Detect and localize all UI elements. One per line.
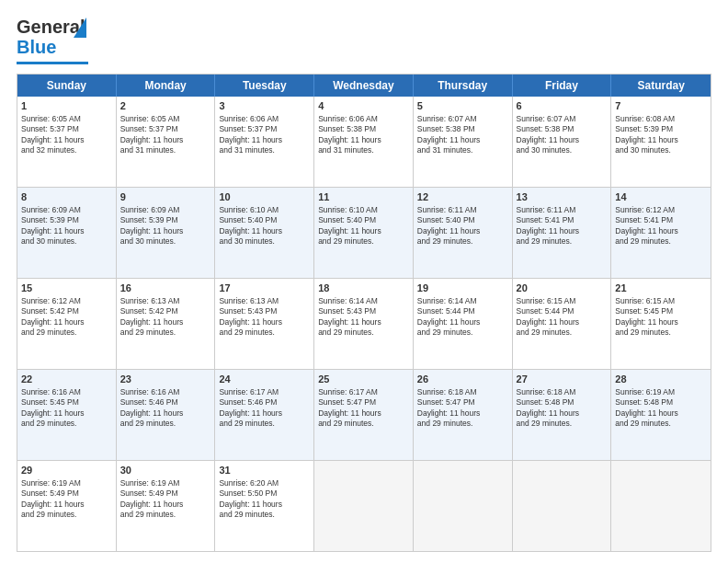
calendar-week-1: 8Sunrise: 6:09 AMSunset: 5:39 PMDaylight… [17,187,711,278]
day-info-line-0: Sunrise: 6:09 AM [120,205,211,215]
calendar-day-22: 22Sunrise: 6:16 AMSunset: 5:45 PMDayligh… [17,370,117,460]
calendar-day-19: 19Sunrise: 6:14 AMSunset: 5:44 PMDayligh… [414,279,513,369]
day-number: 31 [219,464,310,477]
logo-blue-text: Blue [17,37,56,58]
day-info-line-1: Sunset: 5:45 PM [21,397,112,408]
day-info-line-3: and 29 minutes. [120,419,211,429]
day-info-line-0: Sunrise: 6:12 AM [615,205,707,215]
day-number: 22 [21,373,112,386]
day-info-line-3: and 29 minutes. [615,327,707,338]
day-info-line-1: Sunset: 5:41 PM [615,215,707,225]
day-info-line-0: Sunrise: 6:16 AM [21,387,112,397]
day-info-line-1: Sunset: 5:37 PM [219,124,310,134]
day-info-line-0: Sunrise: 6:10 AM [219,205,310,215]
day-info-line-1: Sunset: 5:50 PM [219,488,310,499]
day-info-line-2: Daylight: 11 hours [615,408,707,419]
day-info-line-3: and 29 minutes. [318,419,409,429]
day-info-line-3: and 29 minutes. [517,236,608,247]
day-number: 14 [615,190,707,204]
day-info-line-0: Sunrise: 6:07 AM [417,114,508,124]
day-info-line-0: Sunrise: 6:18 AM [517,387,608,397]
day-info-line-2: Daylight: 11 hours [318,408,409,419]
header-cell-friday: Friday [513,75,612,97]
calendar-day-3: 3Sunrise: 6:06 AMSunset: 5:37 PMDaylight… [215,97,314,187]
day-number: 2 [120,99,211,113]
header-cell-monday: Monday [117,75,216,97]
day-info-line-2: Daylight: 11 hours [21,500,112,510]
day-info-line-2: Daylight: 11 hours [517,135,608,145]
day-info-line-0: Sunrise: 6:05 AM [21,114,112,124]
day-info-line-0: Sunrise: 6:07 AM [517,114,608,124]
day-info-line-1: Sunset: 5:40 PM [417,215,508,225]
day-number: 16 [120,282,211,295]
day-info-line-1: Sunset: 5:46 PM [219,397,310,408]
calendar-day-empty [414,461,513,551]
day-info-line-2: Daylight: 11 hours [219,408,310,419]
calendar-day-empty [314,461,414,551]
day-info-line-1: Sunset: 5:38 PM [517,124,608,134]
day-number: 17 [219,282,310,295]
calendar-day-15: 15Sunrise: 6:12 AMSunset: 5:42 PMDayligh… [17,279,117,369]
calendar-week-3: 22Sunrise: 6:16 AMSunset: 5:45 PMDayligh… [17,369,711,460]
day-info-line-1: Sunset: 5:37 PM [120,124,211,134]
header-cell-sunday: Sunday [17,75,117,97]
day-info-line-3: and 29 minutes. [417,236,508,247]
day-number: 1 [21,99,112,113]
calendar-day-17: 17Sunrise: 6:13 AMSunset: 5:43 PMDayligh… [215,279,314,369]
day-info-line-0: Sunrise: 6:15 AM [615,296,707,306]
calendar-day-11: 11Sunrise: 6:10 AMSunset: 5:40 PMDayligh… [314,188,414,278]
day-info-line-1: Sunset: 5:39 PM [120,215,211,225]
calendar-day-8: 8Sunrise: 6:09 AMSunset: 5:39 PMDaylight… [17,188,117,278]
calendar-day-1: 1Sunrise: 6:05 AMSunset: 5:37 PMDaylight… [17,97,117,187]
day-info-line-2: Daylight: 11 hours [21,226,112,236]
day-info-line-3: and 29 minutes. [417,419,508,429]
day-info-line-1: Sunset: 5:41 PM [517,215,608,225]
header-cell-tuesday: Tuesday [215,75,314,97]
day-number: 5 [417,99,508,113]
header-cell-saturday: Saturday [611,75,711,97]
day-info-line-0: Sunrise: 6:19 AM [21,478,112,488]
day-info-line-1: Sunset: 5:45 PM [615,306,707,316]
day-number: 9 [120,190,211,204]
day-info-line-2: Daylight: 11 hours [120,408,211,419]
day-info-line-0: Sunrise: 6:17 AM [318,387,409,397]
day-info-line-0: Sunrise: 6:11 AM [417,205,508,215]
day-info-line-3: and 29 minutes. [318,327,409,338]
day-info-line-0: Sunrise: 6:09 AM [21,205,112,215]
calendar-day-10: 10Sunrise: 6:10 AMSunset: 5:40 PMDayligh… [215,188,314,278]
calendar-day-18: 18Sunrise: 6:14 AMSunset: 5:43 PMDayligh… [314,279,414,369]
day-info-line-2: Daylight: 11 hours [219,500,310,510]
day-info-line-2: Daylight: 11 hours [120,135,211,145]
day-number: 4 [318,99,409,113]
day-info-line-1: Sunset: 5:49 PM [21,488,112,499]
day-info-line-1: Sunset: 5:39 PM [21,215,112,225]
calendar-day-4: 4Sunrise: 6:06 AMSunset: 5:38 PMDaylight… [314,97,414,187]
day-number: 25 [318,373,409,386]
day-info-line-0: Sunrise: 6:12 AM [21,296,112,306]
day-info-line-3: and 29 minutes. [318,236,409,247]
calendar-day-30: 30Sunrise: 6:19 AMSunset: 5:49 PMDayligh… [117,461,216,551]
calendar-day-28: 28Sunrise: 6:19 AMSunset: 5:48 PMDayligh… [611,370,711,460]
day-info-line-1: Sunset: 5:44 PM [517,306,608,316]
day-number: 12 [417,190,508,204]
day-info-line-3: and 29 minutes. [219,510,310,520]
day-info-line-0: Sunrise: 6:08 AM [615,114,707,124]
calendar-day-5: 5Sunrise: 6:07 AMSunset: 5:38 PMDaylight… [414,97,513,187]
day-number: 19 [417,282,508,295]
calendar-day-26: 26Sunrise: 6:18 AMSunset: 5:47 PMDayligh… [414,370,513,460]
calendar-day-12: 12Sunrise: 6:11 AMSunset: 5:40 PMDayligh… [414,188,513,278]
day-info-line-3: and 29 minutes. [120,510,211,520]
day-number: 27 [517,373,608,386]
day-info-line-3: and 30 minutes. [120,236,211,247]
day-info-line-2: Daylight: 11 hours [219,135,310,145]
calendar-header-row: SundayMondayTuesdayWednesdayThursdayFrid… [17,75,711,97]
day-number: 3 [219,99,310,113]
day-info-line-2: Daylight: 11 hours [21,408,112,419]
day-info-line-0: Sunrise: 6:17 AM [219,387,310,397]
day-info-line-3: and 29 minutes. [219,419,310,429]
day-info-line-0: Sunrise: 6:18 AM [417,387,508,397]
calendar-day-31: 31Sunrise: 6:20 AMSunset: 5:50 PMDayligh… [215,461,314,551]
day-info-line-2: Daylight: 11 hours [318,135,409,145]
day-info-line-1: Sunset: 5:38 PM [318,124,409,134]
day-info-line-3: and 29 minutes. [615,419,707,429]
